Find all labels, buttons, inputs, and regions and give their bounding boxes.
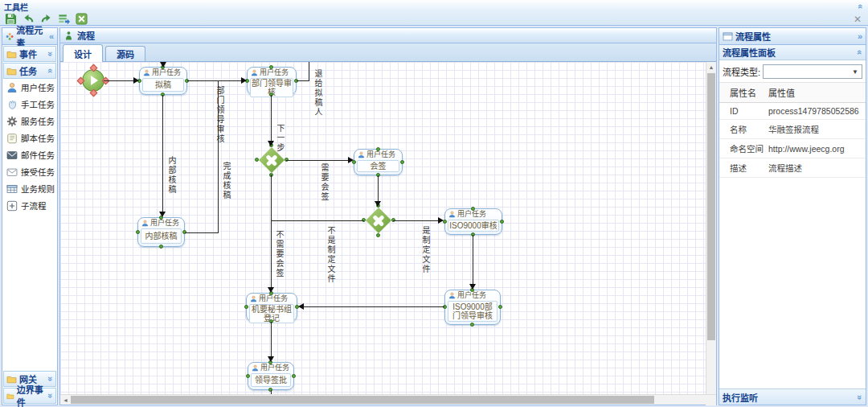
toolbar-collapse-icon[interactable]: « (857, 4, 865, 9)
connection-dot[interactable] (255, 158, 259, 162)
connection-dot[interactable] (244, 305, 248, 309)
task-node-iso9000-dept-leader-review[interactable]: 用户任务 ISO9000部门领导审核 (444, 290, 501, 325)
vertical-scrollbar[interactable]: ▲ (706, 62, 716, 394)
edge-label: 部门领导审核 (214, 86, 226, 144)
palette-section-boundary-events[interactable]: 边界事件 » (3, 388, 56, 404)
flow-edge[interactable] (271, 390, 272, 394)
palette-collapse-icon[interactable]: « (49, 32, 54, 40)
flow-edge[interactable] (309, 62, 309, 80)
flow-edge[interactable] (304, 306, 444, 307)
connection-dot[interactable] (376, 233, 380, 237)
palette-item-manual-task[interactable]: 手工任务 (2, 96, 57, 113)
close-icon[interactable]: ✕ (852, 14, 863, 24)
flow-edge[interactable] (187, 80, 241, 81)
chevron-down-icon: » (47, 51, 55, 56)
execution-listener-header[interactable]: 执行监听 » (719, 388, 866, 405)
flow-edge[interactable] (473, 235, 473, 284)
node-name: ISO9000部门领导审核 (448, 301, 497, 322)
validate-button[interactable] (76, 13, 88, 25)
folder-icon (6, 374, 17, 384)
flow-edge[interactable] (286, 160, 348, 161)
vertical-scroll-thumb[interactable] (707, 73, 715, 340)
connection-dot[interactable] (136, 230, 140, 234)
save-button[interactable] (5, 13, 17, 25)
connection-dot[interactable] (471, 207, 475, 211)
user-task-icon (250, 295, 257, 302)
flow-edge[interactable] (393, 220, 438, 221)
palette-item-script-task[interactable]: 脚本任务 (2, 130, 57, 146)
palette-item-subprocess[interactable]: 子流程 (2, 197, 57, 214)
properties-board-header[interactable]: 流程属性面板 « (719, 45, 866, 60)
edge-label: 需要会签 (318, 163, 330, 202)
property-value[interactable]: process1479785052586 (765, 103, 866, 120)
designer-tabstrip: 设计 源码 (60, 43, 716, 62)
property-value[interactable]: 流程描述 (765, 158, 866, 178)
palette-item-user-task[interactable]: 用户任务 (2, 79, 57, 96)
flow-edge[interactable] (271, 95, 272, 141)
connection-dot[interactable] (498, 305, 502, 309)
flow-edge[interactable] (162, 95, 163, 212)
edge-label: 不是制定文件 (325, 226, 337, 284)
user-task-icon (252, 364, 259, 372)
task-node-dept-leader-review[interactable]: 用户任务 部门领导审核 (247, 67, 297, 95)
horizontal-scrollbar[interactable]: ◄ (60, 394, 716, 405)
process-icon (63, 31, 74, 41)
properties-collapse-icon[interactable]: » (858, 32, 862, 40)
palette-item-mail-task[interactable]: 邮件任务 (2, 146, 57, 163)
palette-section-tasks[interactable]: 任务 « (3, 63, 56, 79)
connection-dot[interactable] (159, 245, 163, 249)
palette-item-business-rule[interactable]: 业务规则 (2, 180, 57, 197)
palette-section-events[interactable]: 事件 » (3, 46, 56, 62)
chevron-up-icon: « (856, 50, 864, 55)
task-node-draft[interactable]: 用户任务 拟稿 (139, 67, 187, 95)
flow-edge[interactable] (271, 175, 272, 287)
flow-edge[interactable] (378, 175, 379, 201)
node-name: 领导签批 (251, 373, 291, 387)
task-node-secretary-register[interactable]: 用户任务 机要秘书组登记 (246, 293, 297, 322)
property-value[interactable]: 华融签报流程 (765, 120, 866, 139)
task-node-iso9000-review[interactable]: 用户任务 ISO9000审核 (444, 208, 502, 235)
column-header: 属性值 (765, 83, 866, 103)
connection-dot[interactable] (470, 323, 474, 327)
user-task-icon (448, 292, 456, 299)
task-node-internal-review[interactable]: 用户任务 内部核稿 (137, 217, 185, 247)
exclusive-gateway-2[interactable] (364, 206, 393, 235)
connection-dot[interactable] (376, 147, 380, 151)
palette-icon (6, 31, 14, 42)
tab-source[interactable]: 源码 (105, 46, 145, 61)
scroll-left-icon[interactable]: ◄ (60, 397, 71, 403)
node-name: 会签 (357, 160, 399, 172)
connection-dot[interactable] (246, 374, 250, 378)
tab-design[interactable]: 设计 (63, 44, 103, 62)
column-header: 属性名 (719, 83, 765, 103)
folder-icon (6, 49, 17, 60)
edge-label: 不需要会签 (273, 230, 285, 278)
palette-item-receive-task[interactable]: 接受任务 (2, 163, 57, 180)
property-value[interactable]: http://www.jeecg.org (765, 139, 866, 158)
flow-edge[interactable] (104, 80, 133, 81)
task-node-countersign[interactable]: 用户任务 会签 (354, 149, 403, 175)
task-node-leader-approval[interactable]: 用户任务 领导签批 (248, 362, 294, 390)
start-event[interactable] (81, 68, 105, 92)
connection-dot[interactable] (500, 220, 504, 224)
flow-edge[interactable] (297, 80, 309, 81)
user-task-icon (358, 151, 365, 158)
connection-dot[interactable] (400, 160, 404, 164)
palette-panel: 流程元素 « 事件 » 任务 « 用户任务 手工任务 服务任务 脚本任务 邮件任… (2, 27, 58, 405)
connection-dot[interactable] (292, 374, 296, 378)
flow-edge[interactable] (185, 232, 218, 233)
node-type-label: 用户任务 (457, 291, 486, 300)
palette-item-service-task[interactable]: 服务任务 (2, 113, 57, 130)
horizontal-scroll-thumb[interactable] (71, 396, 654, 404)
connection-dot[interactable] (269, 65, 273, 69)
process-canvas[interactable]: 用户任务 拟稿 用户任务 部门领导审核 用户任务 会签 (60, 62, 706, 394)
folder-icon (6, 391, 14, 401)
flow-edge[interactable] (272, 220, 364, 221)
chevron-down-icon: » (856, 394, 864, 399)
edge-label: 下一步 (274, 124, 286, 153)
node-name: ISO9000审核 (448, 220, 499, 232)
scroll-up-icon[interactable]: ▲ (706, 62, 716, 72)
flow-edge[interactable] (271, 322, 272, 356)
export-button[interactable] (58, 13, 70, 25)
process-type-select[interactable]: ▼ (763, 64, 862, 79)
